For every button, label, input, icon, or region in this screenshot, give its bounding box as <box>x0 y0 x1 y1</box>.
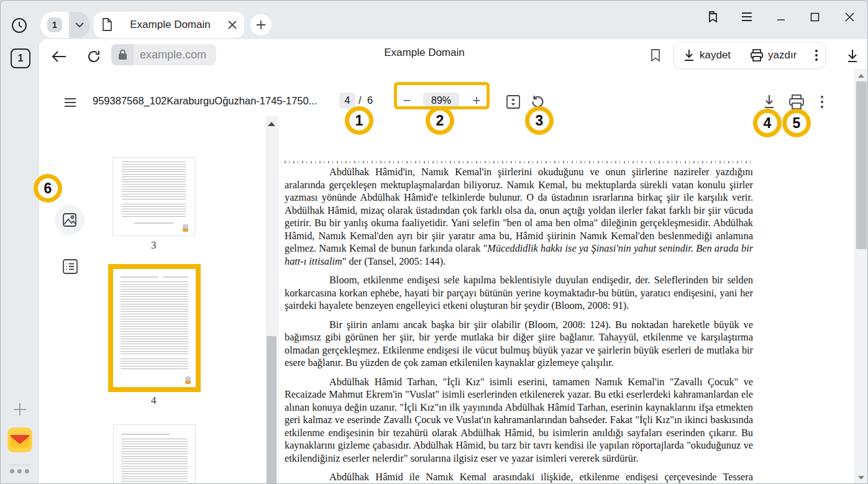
rail-add-button[interactable] <box>12 402 27 417</box>
kebab-menu-icon <box>815 50 818 61</box>
hamburger-icon <box>64 98 76 107</box>
download-icon <box>763 94 775 109</box>
paragraph-3: Bir şiirin anlamı ancak başka bir şiir o… <box>285 319 753 370</box>
pdf-document-text: Abdülhak Hâmid'in, Namık Kemal'in şiirle… <box>285 166 753 484</box>
browser-window: 1 Example Domain <box>0 0 868 484</box>
highlight-zoom-controls <box>394 82 490 109</box>
minimize-icon <box>777 12 785 21</box>
tab-close-icon[interactable] <box>228 21 237 29</box>
callout-5-print-button: 5 <box>782 109 811 137</box>
bookmark-button[interactable] <box>647 47 664 64</box>
pdf-print-button[interactable] <box>788 94 805 110</box>
browser-menu-button[interactable] <box>738 8 756 25</box>
rail-more-button[interactable] <box>10 469 30 473</box>
page-title: Example Domain <box>331 47 518 59</box>
outline-list-icon <box>62 258 78 275</box>
thumbnail-page-3-label: 3 <box>151 239 157 252</box>
tab-bar: 1 Example Domain <box>1 1 868 39</box>
callout-2-zoom-controls: 2 <box>426 106 454 135</box>
thumbnail-scrollbar-thumb[interactable] <box>267 336 276 484</box>
new-tab-button[interactable] <box>250 14 272 35</box>
history-clock-icon[interactable] <box>11 17 28 34</box>
pane-divider <box>278 116 278 484</box>
download-icon <box>683 49 695 62</box>
pdf-total-pages: 6 <box>367 95 373 106</box>
paragraph-4: Abdülhak Hâmid Tarhan, "İçli Kız" isimli… <box>285 376 753 465</box>
thumbnail-page-4[interactable] <box>113 269 196 387</box>
url-text: example.com <box>134 48 216 62</box>
actions-more-button[interactable] <box>806 50 826 61</box>
thumbnail-scrollbar[interactable] <box>266 116 277 484</box>
save-button[interactable]: kaydet <box>674 49 741 62</box>
maximize-button[interactable] <box>805 8 824 25</box>
hamburger-icon <box>741 12 752 21</box>
pdf-more-button[interactable] <box>818 95 826 109</box>
journal-logo <box>185 377 191 384</box>
page-actions: kaydet yazdır <box>673 42 826 69</box>
tab-group-expander[interactable] <box>69 12 90 38</box>
thumbnail-page-5[interactable] <box>113 424 196 484</box>
pdf-download-button[interactable] <box>762 94 777 110</box>
callout-4-download-button: 4 <box>753 109 782 137</box>
scroll-down-arrow-icon[interactable] <box>858 476 864 480</box>
callout-1-page-indicator: 1 <box>345 106 373 135</box>
paragraph-1: Abdülhak Hâmid'in, Namık Kemal'in şiirle… <box>285 166 753 268</box>
pdf-current-page[interactable]: 4 <box>339 93 355 109</box>
tab-title: Example Domain <box>112 19 228 31</box>
rail-divider <box>9 465 31 465</box>
page-scrollbar[interactable] <box>854 69 868 484</box>
omnibox-row: example.com Example Domain kaydet yazdır <box>39 39 868 74</box>
thumbnails-view-button[interactable] <box>55 205 85 235</box>
back-button[interactable] <box>49 47 69 66</box>
bookmark-flag-icon <box>706 10 720 24</box>
reload-icon <box>87 50 101 63</box>
print-button-label: yazdır <box>768 49 797 62</box>
image-icon <box>62 212 77 227</box>
print-button[interactable]: yazdır <box>741 49 806 62</box>
tab-group[interactable]: 1 <box>40 12 90 38</box>
printer-icon <box>789 94 804 109</box>
scroll-up-arrow-icon[interactable] <box>858 74 864 78</box>
pdf-filename: 959387568_102KaraburguOğuzhan-1745-1750.… <box>93 95 317 107</box>
tab-group-badge: 1 <box>47 17 62 32</box>
chevron-down-icon <box>75 22 84 28</box>
thumbnail-page-3[interactable] <box>112 157 195 236</box>
clipped-text-line <box>285 161 753 163</box>
thumbnail-page-4-highlight[interactable] <box>108 264 201 392</box>
url-bar[interactable]: example.com <box>111 44 216 65</box>
callout-6-outline-button: 6 <box>34 174 62 203</box>
page-scrollbar-thumb[interactable] <box>856 81 867 249</box>
save-button-label: kaydet <box>700 49 731 62</box>
thumbnail-page-4-label: 4 <box>151 395 157 407</box>
yandex-mail-app-icon[interactable] <box>7 427 32 452</box>
outline-view-button[interactable] <box>62 258 78 275</box>
paragraph-2: Bloom, etkilenme endişesi sele kapılma b… <box>285 274 753 313</box>
tab-example-domain[interactable]: Example Domain <box>94 12 244 38</box>
rail-tab-counter[interactable]: 1 <box>11 48 30 68</box>
download-icon <box>846 49 859 63</box>
secure-lock-icon[interactable] <box>111 44 134 65</box>
tab-group-count[interactable]: 1 <box>40 12 69 38</box>
scroll-up-arrow-icon[interactable] <box>268 122 275 126</box>
downloads-button[interactable] <box>843 47 862 65</box>
pdf-sidebar-toggle[interactable] <box>63 96 78 109</box>
close-window-button[interactable] <box>840 8 859 25</box>
back-arrow-icon <box>52 51 66 62</box>
close-icon <box>845 12 854 22</box>
paragraph-5: Abdülhak Hâmid ile Namık Kemal arasındak… <box>285 471 753 484</box>
fit-to-page-button[interactable] <box>506 94 521 109</box>
reload-button[interactable] <box>84 47 104 66</box>
minimize-button[interactable] <box>772 8 790 25</box>
journal-logo <box>183 224 188 232</box>
plus-icon <box>12 402 27 417</box>
bookmark-icon <box>650 48 661 62</box>
collections-button[interactable] <box>703 8 722 25</box>
maximize-icon <box>810 12 820 22</box>
pdf-body: 3 4 <box>39 116 868 484</box>
fit-page-icon <box>506 94 521 109</box>
callout-3-rotate-button: 3 <box>525 106 554 135</box>
plus-icon <box>256 20 266 30</box>
pdf-page-separator: / <box>359 95 361 106</box>
document-favicon-icon <box>101 18 112 32</box>
printer-icon <box>751 49 763 62</box>
